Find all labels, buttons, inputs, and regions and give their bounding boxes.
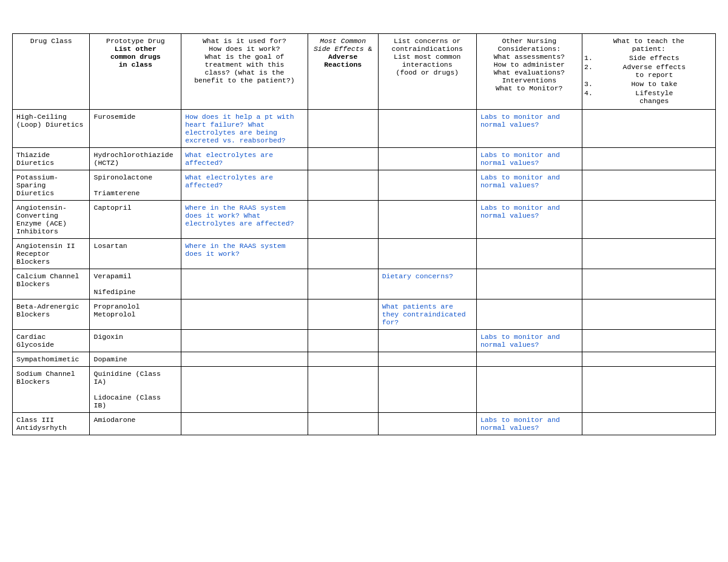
cell-concerns <box>378 413 476 435</box>
cell-side-effects <box>308 148 378 170</box>
cell-teach <box>582 148 715 170</box>
cell-nursing: Labs to monitor and normal values? <box>476 201 582 239</box>
col-header-class: Drug Class <box>13 34 90 110</box>
table-row: Thiazide DiureticsHydrochlorothiazide (H… <box>13 148 716 170</box>
cell-nursing: Labs to monitor and normal values? <box>476 413 582 435</box>
cell-used-for: What electrolytes are affected? <box>181 170 308 201</box>
cell-used-for: Where in the RAAS system does it work? W… <box>181 201 308 239</box>
table-row: High-Ceiling (Loop) DiureticsFurosemideH… <box>13 110 716 148</box>
cell-concerns: What patients are they contraindicated f… <box>378 299 476 330</box>
cell-teach <box>582 330 715 352</box>
cell-concerns <box>378 367 476 413</box>
cell-side-effects <box>308 269 378 299</box>
cell-concerns <box>378 110 476 148</box>
cell-nursing <box>476 269 582 299</box>
cell-nursing: Labs to monitor and normal values? <box>476 170 582 201</box>
col-header-prototype: Prototype DrugList othercommon drugsin c… <box>90 34 181 110</box>
cell-side-effects <box>308 352 378 367</box>
cell-used-for: Where in the RAAS system does it work? <box>181 239 308 269</box>
cell-used-for: How does it help a pt with heart failure… <box>181 110 308 148</box>
table-row: Calcium Channel BlockersVerapamilNifedip… <box>13 269 716 299</box>
table-row: Beta-Adrenergic BlockersPropranololMetop… <box>13 299 716 330</box>
cell-side-effects <box>308 239 378 269</box>
cell-drug-class: Thiazide Diuretics <box>13 148 90 170</box>
cell-concerns <box>378 239 476 269</box>
cell-used-for <box>181 367 308 413</box>
cell-nursing: Labs to monitor and normal values? <box>476 330 582 352</box>
cell-concerns <box>378 148 476 170</box>
cell-concerns: Dietary concerns? <box>378 269 476 299</box>
cell-prototype: SpironolactoneTriamterene <box>90 170 181 201</box>
cell-prototype: VerapamilNifedipine <box>90 269 181 299</box>
table-row: Sodium Channel BlockersQuinidine (Class … <box>13 367 716 413</box>
cell-drug-class: Cardiac Glycoside <box>13 330 90 352</box>
cell-prototype: PropranololMetoprolol <box>90 299 181 330</box>
cell-side-effects <box>308 170 378 201</box>
cell-teach <box>582 201 715 239</box>
cell-drug-class: High-Ceiling (Loop) Diuretics <box>13 110 90 148</box>
cell-nursing: Labs to monitor and normal values? <box>476 148 582 170</box>
cell-concerns <box>378 201 476 239</box>
col-header-teach: What to teach thepatient:Side effectsAdv… <box>582 34 715 110</box>
cell-used-for <box>181 352 308 367</box>
cell-used-for <box>181 413 308 435</box>
drug-table: Drug Class Prototype DrugList othercommo… <box>12 33 716 435</box>
cell-prototype: Digoxin <box>90 330 181 352</box>
col-header-concerns: List concerns orcontraindicationsList mo… <box>378 34 476 110</box>
cell-teach <box>582 269 715 299</box>
cell-concerns <box>378 352 476 367</box>
cell-side-effects <box>308 201 378 239</box>
cell-prototype: Losartan <box>90 239 181 269</box>
cell-used-for <box>181 330 308 352</box>
cell-nursing <box>476 239 582 269</box>
table-row: Angiotensin II Receptor BlockersLosartan… <box>13 239 716 269</box>
cell-teach <box>582 110 715 148</box>
cell-used-for: What electrolytes are affected? <box>181 148 308 170</box>
cell-drug-class: Class III Antidysrhyth <box>13 413 90 435</box>
cell-side-effects <box>308 110 378 148</box>
cell-drug-class: Angiotensin II Receptor Blockers <box>13 239 90 269</box>
cell-prototype: Captopril <box>90 201 181 239</box>
cell-teach <box>582 367 715 413</box>
cell-teach <box>582 170 715 201</box>
cell-used-for <box>181 269 308 299</box>
cell-nursing <box>476 299 582 330</box>
cell-drug-class: Beta-Adrenergic Blockers <box>13 299 90 330</box>
cell-side-effects <box>308 367 378 413</box>
cell-concerns <box>378 330 476 352</box>
table-row: Angiotensin-Converting Enzyme (ACE) Inhi… <box>13 201 716 239</box>
col-header-side-effects: Most CommonSide Effects &AdverseReaction… <box>308 34 378 110</box>
cell-used-for <box>181 299 308 330</box>
table-row: SympathomimeticDopamine <box>13 352 716 367</box>
cell-teach <box>582 352 715 367</box>
table-row: Potassium-Sparing DiureticsSpironolacton… <box>13 170 716 201</box>
cell-drug-class: Angiotensin-Converting Enzyme (ACE) Inhi… <box>13 201 90 239</box>
cell-prototype: Hydrochlorothiazide (HCTZ) <box>90 148 181 170</box>
cell-drug-class: Potassium-Sparing Diuretics <box>13 170 90 201</box>
cell-drug-class: Sympathomimetic <box>13 352 90 367</box>
cell-side-effects <box>308 299 378 330</box>
cell-teach <box>582 413 715 435</box>
table-row: Class III AntidysrhythAmiodaroneLabs to … <box>13 413 716 435</box>
table-row: Cardiac GlycosideDigoxinLabs to monitor … <box>13 330 716 352</box>
cell-nursing <box>476 367 582 413</box>
cell-teach <box>582 299 715 330</box>
cell-side-effects <box>308 413 378 435</box>
cell-prototype: Furosemide <box>90 110 181 148</box>
cell-teach <box>582 239 715 269</box>
cell-drug-class: Sodium Channel Blockers <box>13 367 90 413</box>
cell-prototype: Amiodarone <box>90 413 181 435</box>
cell-prototype: Dopamine <box>90 352 181 367</box>
cell-drug-class: Calcium Channel Blockers <box>13 269 90 299</box>
cell-concerns <box>378 170 476 201</box>
cell-prototype: Quinidine (Class IA)Lidocaine (Class IB) <box>90 367 181 413</box>
table-header-row: Drug Class Prototype DrugList othercommo… <box>13 34 716 110</box>
cell-nursing: Labs to monitor and normal values? <box>476 110 582 148</box>
col-header-nursing: Other NursingConsiderations:What assessm… <box>476 34 582 110</box>
cell-side-effects <box>308 330 378 352</box>
cell-nursing <box>476 352 582 367</box>
col-header-used-for: What is it used for?How does it work?Wha… <box>181 34 308 110</box>
